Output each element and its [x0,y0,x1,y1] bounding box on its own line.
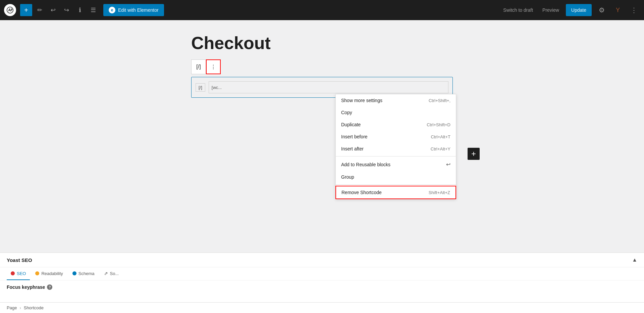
update-button[interactable]: Update [566,4,592,16]
yoast-content: Focus keyphrase ? [0,280,644,294]
page-title: Checkout [191,34,453,53]
menu-item-add-to-reusable[interactable]: Add to Reusable blocks ↩ [336,158,456,171]
group-label: Group [341,174,354,180]
tab-readability[interactable]: Readability [31,267,67,280]
menu-item-remove-shortcode[interactable]: Remove Shortcode Shift+Alt+Z [335,186,456,199]
yoast-icon: Y [616,7,620,14]
block-toolbar: [/] ⋮ [191,59,453,74]
tab-schema[interactable]: Schema [68,267,99,280]
details-button[interactable]: ℹ [74,4,86,16]
insert-after-shortcut: Ctrl+Alt+Y [431,146,450,151]
focus-keyphrase-label: Focus keyphrase [7,284,45,290]
seo-dot [11,271,15,275]
schema-dot [72,271,76,275]
block-options-button[interactable]: ⋮ [206,59,221,74]
shortcode-value: [wc... [212,85,222,90]
seo-tab-label: SEO [17,271,26,276]
insert-before-label: Insert before [341,134,368,139]
tab-social[interactable]: ⇗ So... [100,267,123,280]
shortcode-label: [/] [196,83,205,92]
switch-to-draft-button[interactable]: Switch to draft [500,5,536,15]
add-block-button[interactable]: + [468,148,480,160]
info-icon: ℹ [79,6,81,14]
list-view-button[interactable]: ☰ [87,4,99,16]
duplicate-shortcut: Ctrl+Shift+D [427,122,450,127]
yoast-button[interactable]: Y [612,4,624,16]
help-icon[interactable]: ? [47,284,52,290]
show-more-settings-label: Show more settings [341,98,382,103]
breadcrumb-separator: › [19,305,21,310]
menu-item-insert-after[interactable]: Insert after Ctrl+Alt+Y [336,143,456,155]
context-menu: Show more settings Ctrl+Shift+, Copy Dup… [335,94,456,199]
tab-seo[interactable]: SEO [7,267,30,280]
insert-before-shortcut: Ctrl+Alt+T [431,134,450,139]
menu-item-duplicate[interactable]: Duplicate Ctrl+Shift+D [336,119,456,131]
ellipsis-vertical-icon: ⋮ [631,6,637,14]
copy-label: Copy [341,110,352,115]
edit-with-elementor-button[interactable]: e Edit with Elementor [103,4,164,16]
add-block-toolbar-button[interactable]: + [20,4,32,16]
breadcrumb-bar: Page › Shortcode [0,302,644,313]
reusable-icon: ↩ [446,161,450,168]
social-tab-label: So... [110,271,119,276]
yoast-header[interactable]: Yoast SEO ▲ [0,253,644,267]
content-area: Checkout [/] ⋮ [/] [wc... + [0,20,644,253]
shortcode-type-button[interactable]: [/] [191,59,206,74]
shortcode-input-area[interactable]: [wc... [209,81,448,93]
shortcode-display: [/] [wc... [196,81,448,93]
redo-icon: ↪ [64,6,69,14]
pencil-icon: ✏ [37,6,42,14]
menu-item-group[interactable]: Group [336,171,456,183]
readability-tab-label: Readability [41,271,63,276]
main-toolbar: + ✏ ↩ ↪ ℹ ☰ e Edit with Elementor Switch… [0,0,644,20]
yoast-toggle-icon: ▲ [632,257,637,263]
breadcrumb-shortcode[interactable]: Shortcode [24,305,44,310]
gear-icon: ⚙ [599,6,605,14]
elementor-icon: e [109,7,115,13]
readability-dot [35,271,39,275]
redo-button[interactable]: ↪ [60,4,72,16]
social-icon: ⇗ [104,271,108,276]
menu-item-show-more-settings[interactable]: Show more settings Ctrl+Shift+, [336,94,456,106]
wordpress-logo[interactable] [4,4,16,16]
yoast-title: Yoast SEO [7,257,32,263]
remove-shortcode-shortcut: Shift+Alt+Z [429,190,450,195]
menu-item-insert-before[interactable]: Insert before Ctrl+Alt+T [336,131,456,143]
duplicate-label: Duplicate [341,122,361,127]
more-options-button[interactable]: ⋮ [628,4,640,16]
schema-tab-label: Schema [78,271,95,276]
toolbar-right: Switch to draft Preview Update ⚙ Y ⋮ [500,4,640,16]
focus-keyphrase-row: Focus keyphrase ? [7,284,637,290]
menu-item-copy[interactable]: Copy [336,106,456,119]
breadcrumb-page[interactable]: Page [7,305,17,310]
yoast-tabs: SEO Readability Schema ⇗ So... [0,267,644,280]
page-content: Checkout [/] ⋮ [/] [wc... + [191,34,453,100]
remove-shortcode-label: Remove Shortcode [341,190,382,195]
menu-separator-2 [336,184,456,185]
list-icon: ☰ [91,6,96,14]
insert-after-label: Insert after [341,146,364,151]
show-more-settings-shortcut: Ctrl+Shift+, [429,98,450,103]
add-to-reusable-label: Add to Reusable blocks [341,162,390,167]
menu-separator-1 [336,156,456,156]
tools-button[interactable]: ✏ [34,4,46,16]
edit-with-elementor-label: Edit with Elementor [118,7,159,13]
editor-area: Checkout [/] ⋮ [/] [wc... + [0,20,644,313]
undo-icon: ↩ [51,6,56,14]
undo-button[interactable]: ↩ [47,4,59,16]
settings-button[interactable]: ⚙ [596,4,608,16]
preview-button[interactable]: Preview [540,5,562,15]
